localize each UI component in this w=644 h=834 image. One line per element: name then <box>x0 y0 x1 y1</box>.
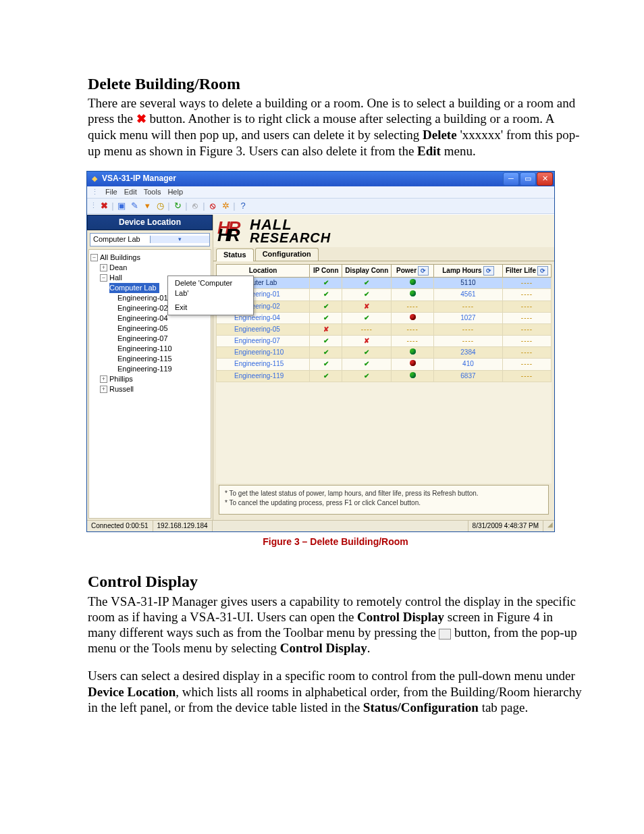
toolbar-refresh-icon[interactable]: ↻ <box>171 200 184 212</box>
refresh-icon[interactable]: ⟳ <box>418 266 429 276</box>
toolbar-separator: | <box>111 200 115 212</box>
tree-expand-icon[interactable]: + <box>100 386 107 393</box>
tree-item[interactable]: Engineering-05 <box>90 323 209 334</box>
tab-configuration[interactable]: Configuration <box>255 248 319 261</box>
toolbar-help-icon[interactable]: ? <box>237 200 249 212</box>
tree-item[interactable]: Engineering-119 <box>90 364 209 374</box>
tree-item[interactable]: Engineering-110 <box>90 344 209 354</box>
table-row[interactable]: Engineering-04✔✔1027---- <box>217 312 552 323</box>
hint-line: * To cancel the updating process, press … <box>225 499 543 507</box>
delete-x-icon: ✖ <box>136 112 146 126</box>
app-window: ◆ VSA-31-IP Manager ─ ▭ ✕ ⋮ File Edit To… <box>86 171 555 533</box>
col-power[interactable]: Power⟳ <box>392 265 434 278</box>
status-connected: Connected 0:00:51 <box>87 521 153 531</box>
status-table: Location IP Conn Display Conn Power⟳ Lam… <box>216 264 552 382</box>
tab-status[interactable]: Status <box>216 249 254 261</box>
toolbar-display-icon[interactable]: ▣ <box>115 200 128 212</box>
table-row[interactable]: Engineering-119✔✔6837---- <box>217 370 552 382</box>
table-header-row: Location IP Conn Display Conn Power⟳ Lam… <box>217 265 552 278</box>
toolbar-separator: | <box>232 200 236 212</box>
titlebar[interactable]: ◆ VSA-31-IP Manager ─ ▭ ✕ <box>87 172 554 186</box>
chevron-down-icon[interactable]: ▾ <box>150 236 210 243</box>
para-control-display-1: The VSA-31-IP Manager gives users a capa… <box>88 594 583 656</box>
refresh-icon[interactable]: ⟳ <box>537 266 548 276</box>
statusbar: Connected 0:00:51 192.168.129.184 8/31/2… <box>87 520 554 531</box>
menu-file[interactable]: File <box>105 188 117 197</box>
col-lamp-hours[interactable]: Lamp Hours⟳ <box>433 265 502 278</box>
table-row[interactable]: Engineering-115✔✔410---- <box>217 359 552 370</box>
toolbar-link-icon[interactable]: ⎋ <box>189 200 201 212</box>
control-display-toolbar-icon <box>439 629 451 640</box>
close-button[interactable]: ✕ <box>537 172 553 186</box>
table-row[interactable]: Engineering-07✔✘------------ <box>217 336 552 347</box>
tree-item[interactable]: Engineering-07 <box>90 334 209 344</box>
toolbar-separator: | <box>167 200 171 212</box>
table-row[interactable]: Engineering-01✔✔4561---- <box>217 289 552 301</box>
status-time: 8/31/2009 4:48:37 PM <box>468 521 543 531</box>
tree-item-selected[interactable]: Computer Lab <box>109 283 159 293</box>
right-panel: HRHR HALL RESEARCH Status Configuration <box>213 215 554 520</box>
hall-research-mark-icon: HRHR <box>217 219 247 243</box>
tree-collapse-icon[interactable]: − <box>100 274 107 282</box>
logo-area: HRHR HALL RESEARCH <box>213 215 554 247</box>
maximize-button[interactable]: ▭ <box>520 172 536 186</box>
tree-item[interactable]: Engineering-115 <box>90 354 209 364</box>
tree-expand-icon[interactable]: + <box>100 264 107 271</box>
table-row[interactable]: Engineering-110✔✔2384---- <box>217 347 552 359</box>
col-display-conn[interactable]: Display Conn <box>342 265 392 278</box>
toolbar-delete-icon[interactable]: ✖ <box>98 200 110 212</box>
app-icon: ◆ <box>90 174 99 184</box>
toolbar-grip-icon: ⋮ <box>90 201 97 210</box>
para-delete: There are several ways to delete a build… <box>88 95 583 158</box>
window-title: VSA-31-IP Manager <box>102 174 503 184</box>
toolbar-clock-icon[interactable]: ◷ <box>154 200 166 212</box>
device-location-value: Computer Lab <box>90 235 150 244</box>
tree-expand-icon[interactable]: + <box>100 375 107 383</box>
building-tree[interactable]: −All Buildings +Dean −Hall Computer Lab … <box>88 249 211 519</box>
menu-edit[interactable]: Edit <box>124 188 137 197</box>
context-menu-exit[interactable]: Exit <box>168 301 253 315</box>
menu-grip-icon: ⋮ <box>91 188 97 197</box>
context-menu-delete[interactable]: Delete 'Computer Lab' <box>168 276 253 301</box>
toolbar-separator: | <box>184 200 188 212</box>
menu-tools[interactable]: Tools <box>144 188 161 197</box>
toolbar-filter-icon[interactable]: ▾ <box>141 200 153 212</box>
logo-text: HALL RESEARCH <box>250 218 331 244</box>
status-ip: 192.168.129.184 <box>153 521 213 531</box>
hint-line: * To get the latest status of power, lam… <box>225 490 543 498</box>
toolbar: ⋮ ✖ | ▣ ✎ ▾ ◷ | ↻ | ⎋ | ⦸ ✲ | ? <box>87 199 554 214</box>
device-location-select[interactable]: Computer Lab ▾ <box>90 233 210 246</box>
minimize-button[interactable]: ─ <box>503 172 519 186</box>
heading-delete: Delete Building/Room <box>88 74 583 94</box>
toolbar-edit-icon[interactable]: ✎ <box>128 200 140 212</box>
left-panel: Device Location Computer Lab ▾ −All Buil… <box>87 215 213 520</box>
col-ip-conn[interactable]: IP Conn <box>310 265 342 278</box>
figure-caption: Figure 3 – Delete Building/Room <box>88 536 583 548</box>
table-row[interactable]: Engineering-02✔✘------------ <box>217 301 552 312</box>
context-menu[interactable]: Delete 'Computer Lab' Exit <box>167 276 254 315</box>
toolbar-separator: | <box>202 200 206 212</box>
menubar: ⋮ File Edit Tools Help <box>87 186 554 199</box>
toolbar-stop-icon[interactable]: ⦸ <box>207 200 219 212</box>
resize-grip-icon[interactable]: ◢ <box>543 521 554 531</box>
table-row[interactable]: Computer Lab✔✔5110---- <box>217 278 552 289</box>
device-location-header: Device Location <box>87 215 213 230</box>
hint-panel: * To get the latest status of power, lam… <box>219 485 549 515</box>
toolbar-gear-icon[interactable]: ✲ <box>219 200 232 212</box>
para-control-display-2: Users can select a desired display in a … <box>88 668 583 715</box>
refresh-icon[interactable]: ⟳ <box>483 266 494 276</box>
table-row[interactable]: Engineering-05✘---------------- <box>217 323 552 335</box>
menu-help[interactable]: Help <box>167 188 183 197</box>
col-filter-life[interactable]: Filter Life⟳ <box>502 265 551 278</box>
table-empty-area <box>216 382 552 484</box>
heading-control-display: Control Display <box>88 572 583 592</box>
tree-collapse-icon[interactable]: − <box>90 254 98 261</box>
tab-strip: Status Configuration <box>213 247 554 261</box>
